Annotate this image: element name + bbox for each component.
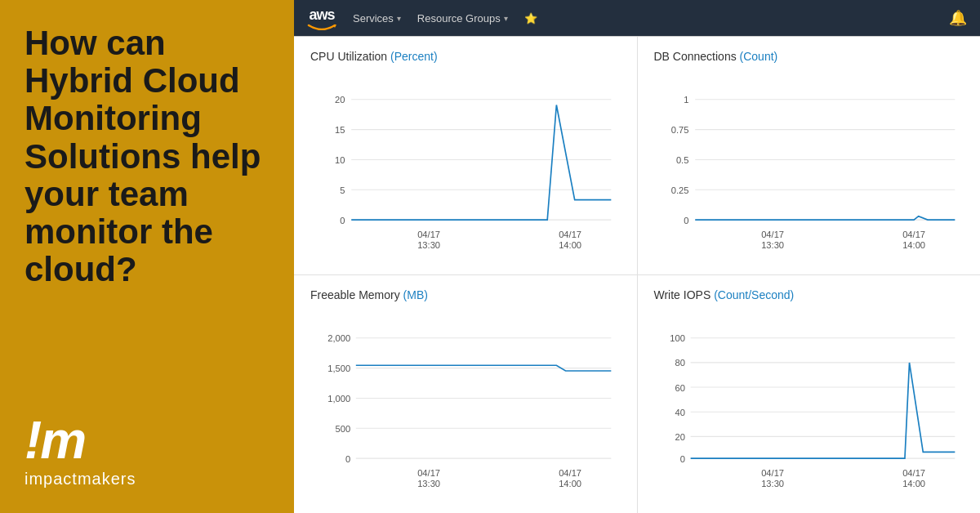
svg-text:100: 100 <box>670 333 685 343</box>
svg-text:0.25: 0.25 <box>670 185 688 195</box>
bell-icon: 🔔 <box>949 10 967 26</box>
svg-text:1: 1 <box>684 95 688 105</box>
svg-text:14:00: 14:00 <box>559 479 581 488</box>
svg-text:10: 10 <box>335 155 345 165</box>
memory-chart-panel: Freeable Memory (MB) 2,000 1,500 1,000 5… <box>294 275 637 513</box>
db-chart-area: 1 0.75 0.5 0.25 0 04/17 13:30 04/17 14:0… <box>654 69 964 266</box>
services-chevron-icon: ▾ <box>397 14 401 23</box>
svg-text:04/17: 04/17 <box>902 468 925 478</box>
memory-chart-title: Freeable Memory (MB) <box>310 288 621 301</box>
iops-unit: (Count/Second) <box>714 288 794 301</box>
iops-chart-panel: Write IOPS (Count/Second) 100 80 60 40 <box>638 275 981 513</box>
svg-text:14:00: 14:00 <box>902 240 925 250</box>
svg-text:20: 20 <box>675 432 684 442</box>
memory-unit: (MB) <box>403 288 428 301</box>
svg-text:04/17: 04/17 <box>902 230 925 239</box>
dashboard: CPU Utilization (Percent) 20 15 10 5 0 <box>294 36 980 513</box>
cpu-chart-title: CPU Utilization (Percent) <box>310 50 621 63</box>
svg-text:0.75: 0.75 <box>670 125 688 135</box>
logo-mark: !m <box>24 414 85 466</box>
aws-navbar: aws Services ▾ Resource Groups ▾ ⭐ 🔔 <box>294 0 980 36</box>
left-panel: How can Hybrid Cloud Monitoring Solution… <box>0 0 294 513</box>
aws-smile-icon <box>307 24 336 30</box>
aws-logo: aws <box>307 7 336 30</box>
svg-text:0.5: 0.5 <box>675 155 688 165</box>
svg-text:14:00: 14:00 <box>559 240 581 250</box>
iops-chart-title: Write IOPS (Count/Second) <box>654 288 964 301</box>
svg-text:13:30: 13:30 <box>417 240 440 250</box>
svg-text:20: 20 <box>335 95 345 105</box>
right-panel: aws Services ▾ Resource Groups ▾ ⭐ 🔔 <box>294 0 980 513</box>
svg-text:0: 0 <box>679 454 684 464</box>
resource-groups-label: Resource Groups <box>417 12 501 25</box>
svg-text:5: 5 <box>340 185 345 195</box>
svg-text:500: 500 <box>335 424 350 434</box>
notification-bell[interactable]: 🔔 <box>949 9 967 27</box>
memory-chart-area: 2,000 1,500 1,000 500 0 04/17 13:30 04/1… <box>310 308 621 505</box>
svg-text:13:30: 13:30 <box>761 479 784 488</box>
nav-pin[interactable]: ⭐ <box>524 12 537 25</box>
iops-chart-area: 100 80 60 40 20 0 04/17 13:30 04/17 14:0… <box>654 308 964 505</box>
svg-text:15: 15 <box>335 125 345 135</box>
logo-area: !m impactmakers <box>24 414 270 488</box>
db-chart-svg: 1 0.75 0.5 0.25 0 04/17 13:30 04/17 14:0… <box>654 69 964 266</box>
pin-icon: ⭐ <box>524 12 537 25</box>
svg-text:04/17: 04/17 <box>761 230 784 239</box>
logo-text: impactmakers <box>24 470 136 488</box>
svg-text:04/17: 04/17 <box>417 468 440 478</box>
svg-text:04/17: 04/17 <box>761 468 784 478</box>
svg-text:13:30: 13:30 <box>761 240 784 250</box>
memory-chart-svg: 2,000 1,500 1,000 500 0 04/17 13:30 04/1… <box>310 308 621 505</box>
svg-text:80: 80 <box>675 358 684 368</box>
svg-text:2,000: 2,000 <box>327 333 350 343</box>
resource-groups-chevron-icon: ▾ <box>504 14 508 23</box>
aws-logo-text: aws <box>309 7 334 24</box>
svg-text:60: 60 <box>675 383 684 393</box>
cpu-unit: (Percent) <box>390 50 438 63</box>
services-label: Services <box>353 12 394 25</box>
svg-text:04/17: 04/17 <box>417 230 440 239</box>
svg-text:13:30: 13:30 <box>417 479 440 488</box>
nav-services[interactable]: Services ▾ <box>353 12 401 25</box>
svg-text:04/17: 04/17 <box>559 468 581 478</box>
svg-text:0: 0 <box>345 454 350 464</box>
cpu-chart-svg: 20 15 10 5 0 04/17 13:30 04/17 14:00 <box>310 69 621 266</box>
svg-text:1,000: 1,000 <box>327 394 350 404</box>
cpu-chart-area: 20 15 10 5 0 04/17 13:30 04/17 14:00 <box>310 69 621 266</box>
svg-text:14:00: 14:00 <box>902 479 925 488</box>
db-unit: (Count) <box>740 50 778 63</box>
svg-text:40: 40 <box>675 408 684 417</box>
cpu-chart-panel: CPU Utilization (Percent) 20 15 10 5 0 <box>294 37 637 274</box>
db-chart-panel: DB Connections (Count) 1 0.75 0.5 0.25 0 <box>638 37 981 274</box>
svg-text:0: 0 <box>340 216 345 225</box>
nav-resource-groups[interactable]: Resource Groups ▾ <box>417 12 508 25</box>
db-chart-title: DB Connections (Count) <box>654 50 964 63</box>
iops-chart-svg: 100 80 60 40 20 0 04/17 13:30 04/17 14:0… <box>654 308 964 505</box>
svg-text:04/17: 04/17 <box>559 230 581 239</box>
svg-text:1,500: 1,500 <box>327 364 350 373</box>
headline: How can Hybrid Cloud Monitoring Solution… <box>24 25 270 288</box>
svg-text:0: 0 <box>684 216 688 225</box>
